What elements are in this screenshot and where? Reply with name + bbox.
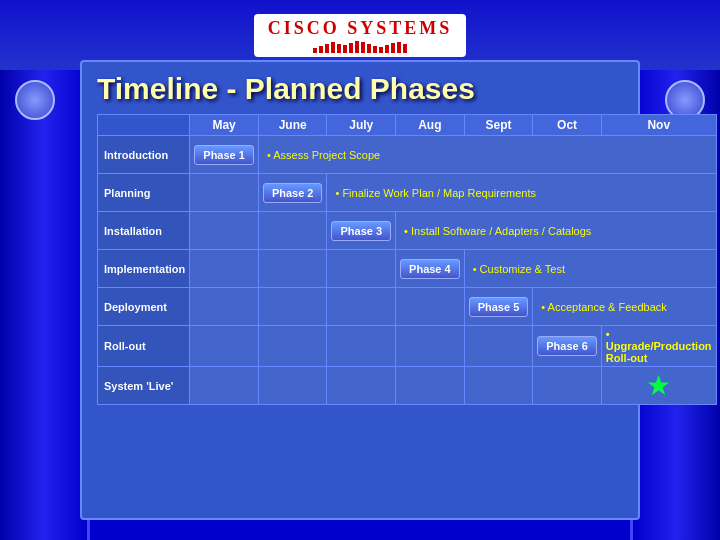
col-header-may: May — [190, 115, 259, 136]
phase-cell-implementation: Phase 4 — [396, 250, 465, 288]
col-header-aug: Aug — [396, 115, 465, 136]
row-label-planning: Planning — [98, 174, 190, 212]
timeline-table: May June July Aug Sept Oct Nov Introduct… — [97, 114, 717, 405]
live-empty-2 — [258, 367, 327, 405]
row-label-deployment: Deployment — [98, 288, 190, 326]
table-row: System 'Live' ★ — [98, 367, 717, 405]
table-row: Implementation Phase 4 • Customize & Tes… — [98, 250, 717, 288]
col-header-july: July — [327, 115, 396, 136]
phase-badge-2: Phase 2 — [263, 183, 323, 203]
live-empty-3 — [327, 367, 396, 405]
impl-empty-2 — [258, 250, 327, 288]
phase-badge-4: Phase 4 — [400, 259, 460, 279]
star-icon: ★ — [646, 372, 671, 400]
phase-badge-1: Phase 1 — [194, 145, 254, 165]
star-cell: ★ — [601, 367, 716, 405]
rollout-empty-5 — [464, 326, 533, 367]
col-header-oct: Oct — [533, 115, 602, 136]
col-header-nov: Nov — [601, 115, 716, 136]
phase-cell-installation: Phase 3 — [327, 212, 396, 250]
rollout-empty-1 — [190, 326, 259, 367]
desc-cell-installation: • Install Software / Adapters / Catalogs — [396, 212, 717, 250]
curtain-left — [0, 0, 90, 540]
company-name: CISCO SYSTEMS — [268, 18, 453, 39]
deploy-empty-2 — [258, 288, 327, 326]
phase-cell-planning: Phase 2 — [258, 174, 327, 212]
phase-cell-introduction: Phase 1 — [190, 136, 259, 174]
desc-cell-deployment: • Acceptance & Feedback — [533, 288, 716, 326]
planning-empty-1 — [190, 174, 259, 212]
col-header-sept: Sept — [464, 115, 533, 136]
deploy-empty-4 — [396, 288, 465, 326]
impl-empty-3 — [327, 250, 396, 288]
table-row: Introduction Phase 1 • Assess Project Sc… — [98, 136, 717, 174]
rollout-empty-3 — [327, 326, 396, 367]
cisco-logo: CISCO SYSTEMS — [254, 14, 467, 57]
row-label-system-live: System 'Live' — [98, 367, 190, 405]
rollout-empty-2 — [258, 326, 327, 367]
live-empty-4 — [396, 367, 465, 405]
phase-badge-5: Phase 5 — [469, 297, 529, 317]
main-content: Timeline - Planned Phases May June July … — [80, 60, 640, 520]
desc-cell-planning: • Finalize Work Plan / Map Requirements — [327, 174, 716, 212]
col-header-june: June — [258, 115, 327, 136]
live-empty-5 — [464, 367, 533, 405]
install-empty-2 — [258, 212, 327, 250]
col-header-empty — [98, 115, 190, 136]
live-empty-1 — [190, 367, 259, 405]
table-row: Planning Phase 2 • Finalize Work Plan / … — [98, 174, 717, 212]
phase-badge-6: Phase 6 — [537, 336, 597, 356]
phase-badge-3: Phase 3 — [331, 221, 391, 241]
phase-cell-deployment: Phase 5 — [464, 288, 533, 326]
deploy-empty-3 — [327, 288, 396, 326]
table-row: Deployment Phase 5 • Acceptance & Feedba… — [98, 288, 717, 326]
deploy-empty-1 — [190, 288, 259, 326]
phase-cell-rollout: Phase 6 — [533, 326, 602, 367]
desc-cell-rollout: • Upgrade/Production Roll-out — [601, 326, 716, 367]
row-label-rollout: Roll-out — [98, 326, 190, 367]
table-row: Roll-out Phase 6 • Upgrade/Production Ro… — [98, 326, 717, 367]
desc-cell-introduction: • Assess Project Scope — [258, 136, 716, 174]
install-empty-1 — [190, 212, 259, 250]
impl-empty-1 — [190, 250, 259, 288]
page-title: Timeline - Planned Phases — [97, 72, 623, 106]
row-label-introduction: Introduction — [98, 136, 190, 174]
live-empty-6 — [533, 367, 602, 405]
row-label-installation: Installation — [98, 212, 190, 250]
desc-cell-implementation: • Customize & Test — [464, 250, 716, 288]
logo-bars — [313, 41, 407, 53]
decoration-circle-left — [15, 80, 55, 120]
row-label-implementation: Implementation — [98, 250, 190, 288]
table-row: Installation Phase 3 • Install Software … — [98, 212, 717, 250]
rollout-empty-4 — [396, 326, 465, 367]
